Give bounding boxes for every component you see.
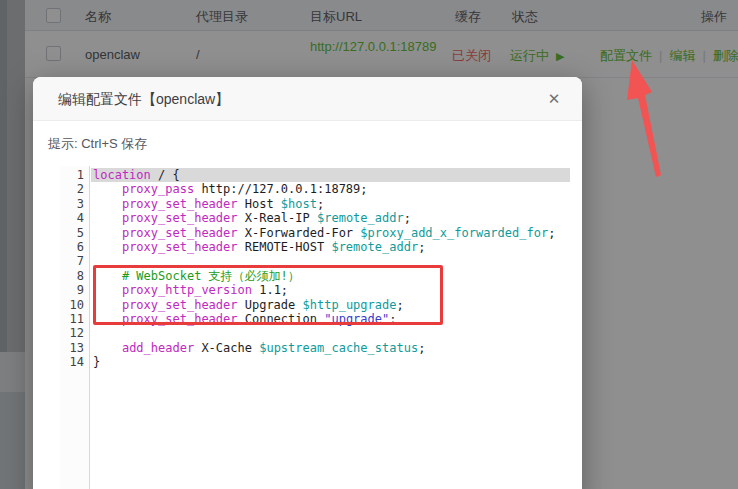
code-line [91,326,570,340]
line-number: 14 [60,355,89,369]
save-hint: 提示: Ctrl+S 保存 [48,135,147,153]
line-number: 11 [60,312,89,326]
line-number: 10 [60,298,89,312]
editor-gutter: 1234567891011121314 [60,166,90,489]
line-number: 13 [60,341,89,355]
line-number: 2 [60,182,89,196]
line-number: 3 [60,197,89,211]
code-line: location / { [91,168,570,182]
editor-code: location / { proxy_pass http://127.0.0.1… [91,166,570,489]
line-number: 5 [60,226,89,240]
code-line: proxy_pass http://127.0.0.1:18789; [91,182,570,196]
line-number: 8 [60,269,89,283]
line-number: 6 [60,240,89,254]
screen: 名称 代理目录 目标URL 缓存 状态 操作 openclaw / http:/… [0,0,738,489]
dialog-title: 编辑配置文件【openclaw】 [58,77,229,121]
code-line: proxy_set_header X-Forwarded-For $proxy_… [91,226,570,240]
dialog-header: 编辑配置文件【openclaw】 ✕ [33,77,582,121]
code-line: proxy_set_header Host $host; [91,197,570,211]
annotation-highlight-box [93,265,443,325]
close-icon[interactable]: ✕ [544,89,564,109]
code-line: add_header X-Cache $upstream_cache_statu… [91,341,570,355]
line-number: 7 [60,254,89,268]
config-code-editor[interactable]: 1234567891011121314 location / { proxy_p… [60,166,570,489]
line-number: 9 [60,283,89,297]
line-number: 12 [60,326,89,340]
line-number: 1 [60,168,89,182]
code-line: } [91,355,570,369]
line-number: 4 [60,211,89,225]
code-line: proxy_set_header REMOTE-HOST $remote_add… [91,240,570,254]
code-line: proxy_set_header X-Real-IP $remote_addr; [91,211,570,225]
